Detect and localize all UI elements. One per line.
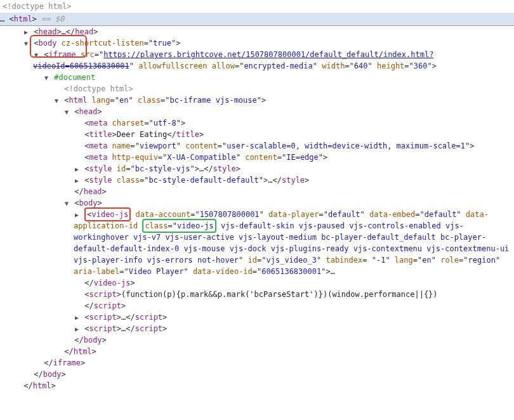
title-node[interactable]: ▶ <title>Deer Eating</title> bbox=[0, 129, 514, 140]
head-node[interactable]: ▶ <head></head> bbox=[0, 26, 514, 37]
meta-xua-node[interactable]: ▶ <meta http-equiv="X-UA-Compatible" con… bbox=[0, 152, 514, 163]
close-inner-body[interactable]: ▶ </body> bbox=[0, 334, 514, 346]
collapse-toggle-icon[interactable]: ▼ bbox=[43, 73, 49, 82]
collapse-toggle-icon[interactable]: ▼ bbox=[53, 96, 60, 105]
expand-toggle-icon[interactable]: ▶ bbox=[74, 313, 80, 322]
iframe-node-line2[interactable]: videoId=6065136830001" allowfullscreen a… bbox=[0, 60, 514, 72]
script2-node[interactable]: ▶ <script></script> bbox=[0, 312, 514, 323]
meta-viewport-node[interactable]: ▶ <meta name="viewport" content="user-sc… bbox=[0, 140, 514, 152]
inner-html-node[interactable]: ▼ <html lang="en" class="bc-iframe vjs-m… bbox=[0, 95, 514, 106]
inner-doctype-node[interactable]: ▶ <!doctype html> bbox=[0, 83, 514, 95]
collapse-toggle-icon[interactable]: ▼ bbox=[63, 199, 70, 208]
collapse-toggle-icon[interactable]: ▼ bbox=[33, 50, 39, 60]
close-html[interactable]: ▶ </html> bbox=[0, 380, 514, 391]
highlight-video-js-tag: <video-js bbox=[84, 207, 131, 221]
video-js-node[interactable]: ▶ <video-js data-account="1507807800001"… bbox=[0, 209, 514, 277]
close-head-node[interactable]: ▶ </head> bbox=[0, 186, 514, 197]
elements-panel: <!doctype html> … <html> == $0 ▶ <head><… bbox=[0, 0, 514, 391]
style2-node[interactable]: ▶ <style class="bc-style-default-default… bbox=[0, 174, 514, 186]
script3-node[interactable]: ▶ <script></script> bbox=[0, 323, 514, 334]
collapse-toggle-icon[interactable]: ▼ bbox=[23, 39, 29, 48]
inner-body-node[interactable]: ▼ <body> bbox=[0, 197, 514, 209]
overflow-dots: … bbox=[0, 15, 4, 23]
collapse-toggle-icon[interactable]: ▼ bbox=[63, 107, 70, 117]
script1-close[interactable]: ▶ </script> bbox=[0, 300, 514, 312]
highlight-class-video-js: class="video-js bbox=[142, 219, 216, 233]
iframe-node[interactable]: ▼ <iframe src="https://players.brightcov… bbox=[0, 49, 514, 60]
script1-node[interactable]: ▶ <script>(function(p){p.mark&&p.mark('b… bbox=[0, 289, 514, 300]
meta-charset-node[interactable]: ▶ <meta charset="utf-8"> bbox=[0, 117, 514, 129]
expand-toggle-icon[interactable]: ▶ bbox=[74, 164, 80, 174]
close-body[interactable]: ▶ </body> bbox=[0, 369, 514, 380]
expand-toggle-icon[interactable]: ▶ bbox=[74, 176, 80, 185]
iframe-src-link[interactable]: https://players.brightcove.net/150780780… bbox=[103, 50, 433, 59]
document-node[interactable]: ▼ #document bbox=[0, 72, 514, 83]
style1-node[interactable]: ▶ <style id="bc-style-vjs"></style> bbox=[0, 163, 514, 174]
inner-head-node[interactable]: ▼ <head> bbox=[0, 106, 514, 117]
close-video-js[interactable]: ▶ </video-js> bbox=[0, 277, 514, 289]
doctype-node[interactable]: <!doctype html> bbox=[0, 0, 514, 13]
selected-marker: == $0 bbox=[41, 15, 64, 23]
selected-element-row[interactable]: … <html> == $0 bbox=[0, 13, 514, 25]
close-inner-html[interactable]: ▶ </html> bbox=[0, 346, 514, 357]
expand-toggle-icon[interactable]: ▶ bbox=[74, 324, 80, 334]
expand-toggle-icon[interactable]: ▶ bbox=[74, 210, 80, 220]
close-iframe[interactable]: ▶ </iframe> bbox=[0, 357, 514, 369]
body-node[interactable]: ▼ <body cz-shortcut-listen="true"> bbox=[0, 37, 514, 49]
expand-toggle-icon[interactable]: ▶ bbox=[23, 27, 29, 37]
